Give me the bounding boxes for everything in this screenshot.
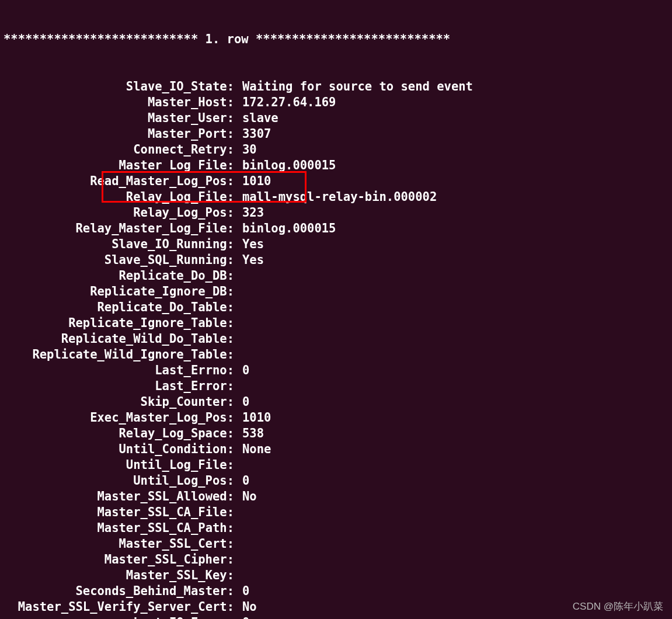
status-value: 0 — [234, 473, 249, 489]
status-label: Master_SSL_Cipher: — [4, 552, 234, 568]
status-value: mall-mysql-relay-bin.000002 — [234, 189, 437, 205]
status-label: Master_Port: — [4, 126, 234, 142]
status-value: slave — [234, 110, 278, 126]
status-value: 0 — [234, 583, 249, 599]
status-label: Last_IO_Errno: — [4, 615, 234, 619]
status-value: 323 — [234, 205, 264, 221]
status-label: Replicate_Do_DB: — [4, 268, 234, 284]
status-label: Replicate_Do_Table: — [4, 300, 234, 315]
status-label: Master_SSL_CA_File: — [4, 505, 234, 520]
status-row: Last_Error: — [4, 378, 668, 394]
status-row: Skip_Counter:0 — [4, 394, 668, 410]
status-row: Master_Log_File:binlog.000015 — [4, 158, 668, 173]
status-row: Master_SSL_CA_File: — [4, 505, 668, 520]
status-label: Master_Log_File: — [4, 158, 234, 173]
status-label: Relay_Master_Log_File: — [4, 221, 234, 237]
status-row: Exec_Master_Log_Pos:1010 — [4, 410, 668, 426]
status-value: No — [234, 599, 257, 615]
watermark: CSDN @陈年小趴菜 — [573, 599, 663, 614]
status-label: Slave_IO_Running: — [4, 237, 234, 252]
status-value: 1010 — [234, 173, 271, 189]
status-row: Master_SSL_Allowed:No — [4, 489, 668, 505]
status-label: Last_Errno: — [4, 363, 234, 378]
status-rows: Slave_IO_State:Waiting for source to sen… — [4, 79, 668, 619]
status-label: Seconds_Behind_Master: — [4, 583, 234, 599]
status-row: Relay_Log_File:mall-mysql-relay-bin.0000… — [4, 189, 668, 205]
status-value: Yes — [234, 252, 264, 268]
status-row: Master_SSL_CA_Path: — [4, 520, 668, 536]
status-row: Replicate_Do_Table: — [4, 300, 668, 315]
status-value: binlog.000015 — [234, 221, 336, 237]
status-row: Replicate_Wild_Do_Table: — [4, 331, 668, 347]
status-label: Master_SSL_CA_Path: — [4, 520, 234, 536]
status-row: Until_Log_Pos:0 — [4, 473, 668, 489]
status-label: Master_SSL_Key: — [4, 568, 234, 583]
status-label: Master_SSL_Verify_Server_Cert: — [4, 599, 234, 615]
status-row: Seconds_Behind_Master:0 — [4, 583, 668, 599]
status-label: Read_Master_Log_Pos: — [4, 173, 234, 189]
status-value: No — [234, 489, 257, 505]
status-row: Relay_Log_Pos:323 — [4, 205, 668, 221]
status-label: Master_User: — [4, 110, 234, 126]
status-row: Last_Errno:0 — [4, 363, 668, 378]
status-label: Slave_IO_State: — [4, 79, 234, 95]
status-label: Relay_Log_Pos: — [4, 205, 234, 221]
status-row: Slave_IO_Running:Yes — [4, 237, 668, 252]
status-label: Master_SSL_Allowed: — [4, 489, 234, 505]
status-row: Master_Host:172.27.64.169 — [4, 95, 668, 110]
status-row: Master_SSL_Verify_Server_Cert:No — [4, 599, 668, 615]
status-row: Last_IO_Errno:0 — [4, 615, 668, 619]
status-row: Slave_IO_State:Waiting for source to sen… — [4, 79, 668, 95]
status-value: 30 — [234, 142, 257, 158]
terminal-output: *************************** 1. row *****… — [0, 0, 672, 619]
status-row: Master_User:slave — [4, 110, 668, 126]
status-label: Slave_SQL_Running: — [4, 252, 234, 268]
status-value: Yes — [234, 237, 264, 252]
status-label: Connect_Retry: — [4, 142, 234, 158]
status-row: Master_SSL_Key: — [4, 568, 668, 583]
status-label: Until_Log_File: — [4, 457, 234, 473]
status-row: Connect_Retry:30 — [4, 142, 668, 158]
status-row: Slave_SQL_Running:Yes — [4, 252, 668, 268]
status-label: Relay_Log_Space: — [4, 426, 234, 441]
status-label: Master_Host: — [4, 95, 234, 110]
status-value: 538 — [234, 426, 264, 441]
status-value: 3307 — [234, 126, 271, 142]
status-row: Master_SSL_Cert: — [4, 536, 668, 552]
status-row: Master_SSL_Cipher: — [4, 552, 668, 568]
status-value: 1010 — [234, 410, 271, 426]
status-row: Master_Port:3307 — [4, 126, 668, 142]
row-header: *************************** 1. row *****… — [4, 32, 668, 47]
status-label: Last_Error: — [4, 378, 234, 394]
status-label: Replicate_Wild_Ignore_Table: — [4, 347, 234, 363]
status-value: 0 — [234, 394, 249, 410]
status-label: Replicate_Ignore_Table: — [4, 315, 234, 331]
status-row: Relay_Log_Space:538 — [4, 426, 668, 441]
status-value: 0 — [234, 363, 249, 378]
status-value: Waiting for source to send event — [234, 79, 473, 95]
status-label: Exec_Master_Log_Pos: — [4, 410, 234, 426]
status-label: Skip_Counter: — [4, 394, 234, 410]
status-label: Master_SSL_Cert: — [4, 536, 234, 552]
status-label: Replicate_Wild_Do_Table: — [4, 331, 234, 347]
status-label: Until_Log_Pos: — [4, 473, 234, 489]
status-row: Replicate_Wild_Ignore_Table: — [4, 347, 668, 363]
status-label: Until_Condition: — [4, 441, 234, 457]
status-row: Read_Master_Log_Pos:1010 — [4, 173, 668, 189]
status-row: Replicate_Do_DB: — [4, 268, 668, 284]
status-value: None — [234, 441, 271, 457]
status-row: Until_Log_File: — [4, 457, 668, 473]
status-value: 172.27.64.169 — [234, 95, 336, 110]
status-label: Relay_Log_File: — [4, 189, 234, 205]
status-row: Replicate_Ignore_DB: — [4, 284, 668, 300]
status-value: binlog.000015 — [234, 158, 336, 173]
status-row: Replicate_Ignore_Table: — [4, 315, 668, 331]
status-value: 0 — [234, 615, 249, 619]
status-row: Until_Condition:None — [4, 441, 668, 457]
status-label: Replicate_Ignore_DB: — [4, 284, 234, 300]
status-row: Relay_Master_Log_File:binlog.000015 — [4, 221, 668, 237]
